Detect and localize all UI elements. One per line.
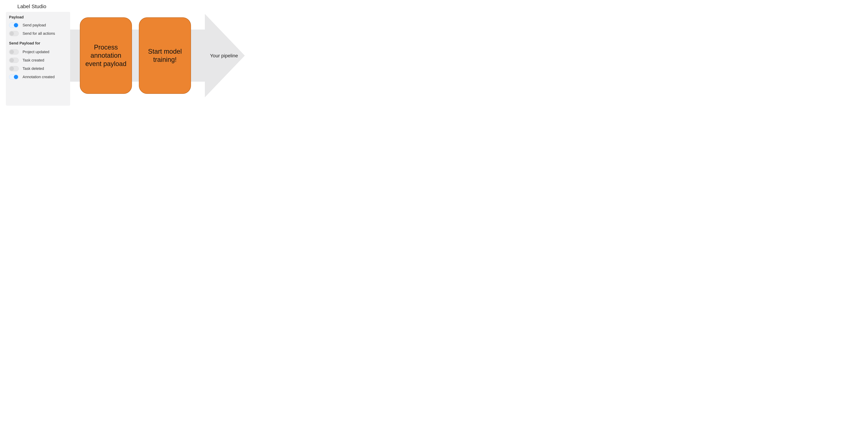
toggle-label-send-all-actions: Send for all actions bbox=[23, 31, 55, 36]
label-studio-title: Label Studio bbox=[18, 3, 46, 9]
step-start-training: Start model training! bbox=[139, 18, 191, 94]
toggle-project-updated[interactable] bbox=[9, 49, 19, 55]
toggle-row-project-updated: Project updated bbox=[9, 49, 67, 55]
step-process-annotation: Process annotation event payload bbox=[80, 18, 132, 94]
diagram-container: Label Studio Payload Send payload Send f… bbox=[3, 3, 271, 108]
toggle-row-annotation-created: Annotation created bbox=[9, 75, 67, 80]
toggle-row-send-all-actions: Send for all actions bbox=[9, 31, 67, 36]
toggle-row-task-created: Task created bbox=[9, 58, 67, 63]
toggle-task-deleted[interactable] bbox=[9, 66, 19, 71]
settings-panel: Payload Send payload Send for all action… bbox=[6, 12, 70, 106]
panel-subheading-send-for: Send Payload for bbox=[9, 41, 67, 46]
pipeline-label: Your pipeline bbox=[210, 53, 238, 59]
toggle-label-send-payload: Send payload bbox=[23, 23, 46, 27]
toggle-label-task-created: Task created bbox=[23, 58, 44, 62]
toggle-annotation-created[interactable] bbox=[9, 75, 19, 80]
step-process-annotation-text: Process annotation event payload bbox=[84, 43, 128, 68]
step-start-training-text: Start model training! bbox=[143, 48, 187, 64]
toggle-send-all-actions[interactable] bbox=[9, 31, 19, 36]
toggle-label-task-deleted: Task deleted bbox=[23, 66, 44, 71]
toggle-send-payload[interactable] bbox=[9, 23, 19, 28]
panel-heading-payload: Payload bbox=[9, 15, 67, 20]
toggle-task-created[interactable] bbox=[9, 58, 19, 63]
toggle-label-annotation-created: Annotation created bbox=[23, 75, 55, 79]
toggle-row-task-deleted: Task deleted bbox=[9, 66, 67, 71]
toggle-row-send-payload: Send payload bbox=[9, 23, 67, 28]
toggle-label-project-updated: Project updated bbox=[23, 50, 49, 54]
